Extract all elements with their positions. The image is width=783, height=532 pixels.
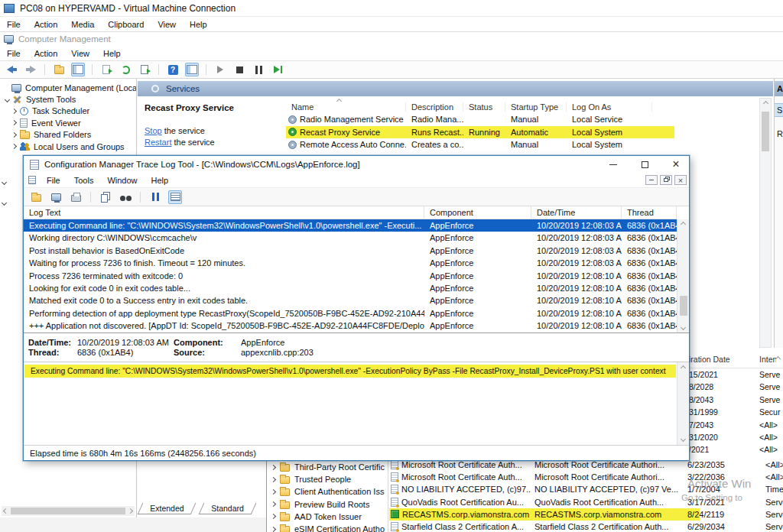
scrollbar-thumb[interactable] bbox=[680, 296, 687, 316]
pause-service-icon[interactable] bbox=[252, 63, 265, 76]
tree-item[interactable]: Computer Management (Local bbox=[0, 82, 136, 93]
tree-chevron-icon[interactable] bbox=[271, 526, 276, 531]
certificate-side-row[interactable]: 31/2020 <All> bbox=[687, 431, 783, 443]
open-file-icon[interactable] bbox=[29, 190, 43, 204]
certificate-side-row[interactable]: 8/2043 Serve bbox=[687, 394, 783, 406]
view-tab[interactable]: Standard bbox=[199, 503, 256, 514]
stop-service-icon[interactable] bbox=[232, 63, 246, 76]
show-action-pane-icon[interactable] bbox=[185, 63, 199, 76]
column-header[interactable]: Status bbox=[463, 102, 505, 112]
menu-item[interactable]: Media bbox=[64, 20, 101, 29]
tree-chevron-icon[interactable] bbox=[271, 501, 276, 507]
column-header[interactable]: Description bbox=[406, 102, 463, 112]
certificate-side-row[interactable]: 31/1999 Secur bbox=[687, 406, 783, 418]
log-scrollbar[interactable] bbox=[677, 219, 689, 332]
help-icon[interactable] bbox=[166, 63, 180, 76]
log-row[interactable]: Post install behavior is BasedOnExitCode… bbox=[24, 245, 677, 257]
remote-computer-icon[interactable] bbox=[49, 190, 63, 204]
log-row[interactable]: +++ Application not discovered. [AppDT I… bbox=[24, 320, 677, 332]
actions-pane-item[interactable]: S bbox=[775, 103, 783, 117]
menu-item[interactable]: Tools bbox=[67, 176, 101, 185]
log-row[interactable]: Performing detection of app deployment t… bbox=[24, 307, 677, 320]
menu-item[interactable]: Action bbox=[28, 20, 65, 29]
tree-item[interactable]: Task Scheduler bbox=[0, 105, 136, 117]
column-header[interactable]: Startup Type bbox=[505, 102, 567, 112]
scroll-up-icon[interactable] bbox=[681, 365, 686, 371]
scrollbar-thumb[interactable] bbox=[11, 508, 125, 514]
menu-item[interactable]: Window bbox=[100, 176, 144, 185]
maximize-button[interactable] bbox=[632, 157, 658, 172]
certificate-side-row[interactable]: 15/2021 Serve bbox=[687, 368, 783, 381]
column-header[interactable]: Component bbox=[424, 206, 531, 219]
log-row[interactable]: Working directory C:\WINDOWS\ccmcache\v … bbox=[24, 232, 677, 244]
scroll-up-icon[interactable] bbox=[775, 356, 781, 362]
scroll-down-icon[interactable] bbox=[681, 436, 686, 442]
log-row[interactable]: Looking for exit code 0 in exit codes ta… bbox=[24, 282, 677, 294]
menu-item[interactable]: Action bbox=[28, 49, 65, 58]
highlighted-log-detail[interactable]: Executing Command line: "C:\WINDOWS\Syst… bbox=[24, 365, 676, 378]
tree-item[interactable]: Shared Folders bbox=[0, 129, 136, 141]
copy-icon[interactable] bbox=[99, 190, 112, 204]
certificate-folder-item[interactable]: Third-Party Root Certific bbox=[270, 461, 386, 473]
menu-item[interactable]: Help bbox=[145, 176, 176, 185]
tree-chevron-icon[interactable] bbox=[271, 514, 276, 519]
log-row[interactable]: Waiting for process 7236 to finish. Time… bbox=[24, 257, 677, 269]
expiration-date-header[interactable]: iration Date bbox=[687, 355, 759, 364]
tree-chevron-icon[interactable] bbox=[271, 465, 276, 470]
forward-icon[interactable] bbox=[24, 63, 37, 76]
menu-item[interactable]: Help bbox=[183, 20, 214, 29]
scroll-left-icon[interactable] bbox=[3, 508, 8, 514]
scroll-up-icon[interactable] bbox=[681, 222, 686, 227]
menu-item[interactable]: File bbox=[0, 20, 28, 29]
restart-service-icon[interactable] bbox=[271, 63, 284, 76]
scroll-down-icon[interactable] bbox=[681, 325, 686, 330]
tree-chevron-icon[interactable] bbox=[2, 200, 7, 206]
tree-chevron-icon[interactable] bbox=[5, 97, 10, 102]
certificate-side-row[interactable]: /2021 <All> bbox=[687, 443, 783, 456]
view-list-icon[interactable] bbox=[168, 190, 182, 204]
certificate-side-row[interactable]: 8/2028 Serve bbox=[687, 381, 783, 393]
tree-item[interactable]: Local Users and Groups bbox=[0, 141, 136, 152]
menu-item[interactable]: View bbox=[151, 20, 183, 29]
scrollbar-thumb[interactable] bbox=[762, 112, 769, 151]
back-icon[interactable] bbox=[5, 63, 18, 76]
menu-item[interactable]: View bbox=[64, 49, 96, 58]
horizontal-scrollbar[interactable] bbox=[2, 506, 135, 516]
restart-service-link[interactable]: Restart bbox=[145, 138, 171, 147]
actions-pane-item[interactable]: R bbox=[775, 129, 783, 138]
certificate-folder-item[interactable]: Client Authentication Iss bbox=[270, 485, 386, 498]
service-row[interactable]: Remote Access Auto Conne... Creates a co… bbox=[286, 138, 773, 151]
column-header[interactable]: Date/Time bbox=[531, 206, 622, 219]
certificate-folder-item[interactable]: AAD Token Issuer bbox=[270, 511, 386, 523]
certificate-folder-item[interactable]: Preview Build Roots bbox=[270, 498, 386, 511]
minimize-button[interactable] bbox=[600, 157, 626, 172]
refresh-icon[interactable] bbox=[119, 63, 132, 76]
tree-chevron-icon[interactable] bbox=[11, 109, 17, 114]
child-minimize-button[interactable] bbox=[645, 175, 658, 185]
stop-service-link[interactable]: Stop bbox=[145, 126, 162, 135]
log-row[interactable]: Executing Command line: "C:\WINDOWS\Syst… bbox=[24, 219, 677, 232]
scroll-right-icon[interactable] bbox=[128, 508, 133, 514]
export-list-icon[interactable] bbox=[138, 63, 151, 76]
column-header[interactable]: Thread bbox=[622, 206, 677, 219]
intended-purposes-header[interactable]: Inten bbox=[759, 355, 776, 364]
tree-chevron-icon[interactable] bbox=[11, 120, 17, 125]
find-icon[interactable] bbox=[119, 190, 132, 204]
tree-item[interactable]: Event Viewer bbox=[0, 117, 136, 128]
services-scrollbar[interactable] bbox=[759, 98, 772, 348]
view-tab[interactable]: Extended bbox=[138, 503, 197, 514]
child-restore-button[interactable] bbox=[660, 175, 672, 185]
menu-item[interactable]: Clipboard bbox=[101, 20, 151, 29]
show-console-tree-icon[interactable] bbox=[71, 63, 85, 76]
properties-icon[interactable] bbox=[99, 63, 113, 76]
menu-item[interactable]: File bbox=[0, 49, 28, 58]
log-row[interactable]: Process 7236 terminated with exitcode: 0… bbox=[24, 270, 677, 282]
detail-scrollbar[interactable] bbox=[677, 362, 689, 445]
certificate-row[interactable]: RECASTMS.corp.viamonstra.com RECASTMS.co… bbox=[389, 508, 783, 521]
service-row[interactable]: Recast Proxy Service Runs Recast... Runn… bbox=[286, 126, 773, 139]
tree-chevron-icon[interactable] bbox=[271, 477, 276, 482]
start-service-icon[interactable] bbox=[213, 63, 227, 76]
column-header[interactable]: Name bbox=[286, 102, 406, 112]
tree-item[interactable]: System Tools bbox=[0, 93, 136, 105]
tree-chevron-icon[interactable] bbox=[11, 132, 17, 138]
